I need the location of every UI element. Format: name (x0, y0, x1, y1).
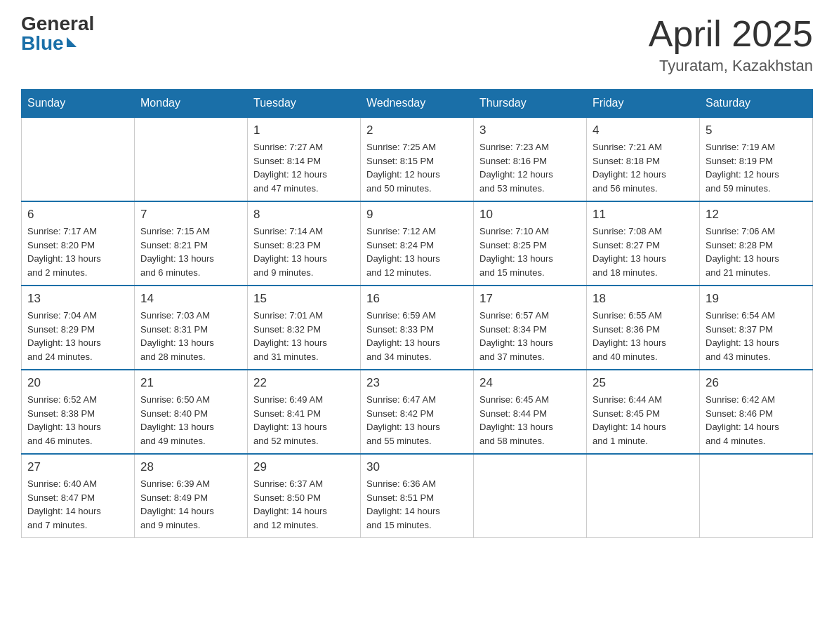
day-info: Sunrise: 7:23 AM Sunset: 8:16 PM Dayligh… (479, 140, 581, 195)
day-number: 23 (366, 376, 468, 390)
weekday-header-row: SundayMondayTuesdayWednesdayThursdayFrid… (22, 90, 813, 118)
calendar-cell: 9Sunrise: 7:12 AM Sunset: 8:24 PM Daylig… (361, 201, 474, 286)
day-number: 16 (366, 292, 468, 306)
day-number: 5 (706, 123, 807, 137)
day-info: Sunrise: 6:39 AM Sunset: 8:49 PM Dayligh… (140, 477, 241, 532)
calendar-cell: 3Sunrise: 7:23 AM Sunset: 8:16 PM Daylig… (474, 117, 587, 201)
day-number: 20 (27, 376, 128, 390)
week-row-4: 20Sunrise: 6:52 AM Sunset: 8:38 PM Dayli… (22, 370, 813, 454)
day-number: 4 (593, 123, 694, 137)
week-row-1: 1Sunrise: 7:27 AM Sunset: 8:14 PM Daylig… (22, 117, 813, 201)
day-number: 25 (593, 376, 694, 390)
calendar-cell (22, 117, 135, 201)
day-number: 29 (253, 460, 355, 474)
day-info: Sunrise: 7:25 AM Sunset: 8:15 PM Dayligh… (366, 140, 468, 195)
day-info: Sunrise: 6:42 AM Sunset: 8:46 PM Dayligh… (706, 393, 807, 448)
calendar-cell: 2Sunrise: 7:25 AM Sunset: 8:15 PM Daylig… (361, 117, 474, 201)
day-number: 17 (479, 292, 581, 306)
calendar-cell: 7Sunrise: 7:15 AM Sunset: 8:21 PM Daylig… (135, 201, 248, 286)
day-number: 3 (479, 123, 581, 137)
logo-blue: Blue (21, 34, 64, 53)
week-row-3: 13Sunrise: 7:04 AM Sunset: 8:29 PM Dayli… (22, 286, 813, 370)
weekday-header-saturday: Saturday (700, 90, 813, 118)
day-number: 8 (253, 208, 355, 222)
calendar-table: SundayMondayTuesdayWednesdayThursdayFrid… (21, 89, 813, 538)
calendar-cell: 12Sunrise: 7:06 AM Sunset: 8:28 PM Dayli… (700, 201, 813, 286)
day-number: 18 (593, 292, 694, 306)
calendar-cell: 14Sunrise: 7:03 AM Sunset: 8:31 PM Dayli… (135, 286, 248, 370)
day-info: Sunrise: 6:40 AM Sunset: 8:47 PM Dayligh… (27, 477, 128, 532)
month-title: April 2025 (649, 14, 813, 54)
calendar-cell: 23Sunrise: 6:47 AM Sunset: 8:42 PM Dayli… (361, 370, 474, 454)
calendar-cell: 21Sunrise: 6:50 AM Sunset: 8:40 PM Dayli… (135, 370, 248, 454)
calendar-cell (135, 117, 248, 201)
calendar-cell (474, 454, 587, 538)
day-info: Sunrise: 6:37 AM Sunset: 8:50 PM Dayligh… (253, 477, 355, 532)
logo-general: General (21, 14, 94, 34)
calendar-cell: 8Sunrise: 7:14 AM Sunset: 8:23 PM Daylig… (248, 201, 361, 286)
day-info: Sunrise: 7:04 AM Sunset: 8:29 PM Dayligh… (27, 309, 128, 363)
calendar-cell: 24Sunrise: 6:45 AM Sunset: 8:44 PM Dayli… (474, 370, 587, 454)
day-number: 24 (479, 376, 581, 390)
day-info: Sunrise: 6:52 AM Sunset: 8:38 PM Dayligh… (27, 393, 128, 448)
calendar-cell: 28Sunrise: 6:39 AM Sunset: 8:49 PM Dayli… (135, 454, 248, 538)
day-info: Sunrise: 7:06 AM Sunset: 8:28 PM Dayligh… (706, 224, 807, 279)
day-number: 28 (140, 460, 241, 474)
calendar-cell: 4Sunrise: 7:21 AM Sunset: 8:18 PM Daylig… (587, 117, 700, 201)
calendar-cell: 29Sunrise: 6:37 AM Sunset: 8:50 PM Dayli… (248, 454, 361, 538)
day-info: Sunrise: 7:14 AM Sunset: 8:23 PM Dayligh… (253, 224, 355, 279)
day-number: 26 (706, 376, 807, 390)
day-info: Sunrise: 7:01 AM Sunset: 8:32 PM Dayligh… (253, 309, 355, 363)
day-info: Sunrise: 7:12 AM Sunset: 8:24 PM Dayligh… (366, 224, 468, 279)
calendar-cell: 6Sunrise: 7:17 AM Sunset: 8:20 PM Daylig… (22, 201, 135, 286)
calendar-cell: 19Sunrise: 6:54 AM Sunset: 8:37 PM Dayli… (700, 286, 813, 370)
day-info: Sunrise: 6:50 AM Sunset: 8:40 PM Dayligh… (140, 393, 241, 448)
calendar-cell: 20Sunrise: 6:52 AM Sunset: 8:38 PM Dayli… (22, 370, 135, 454)
day-number: 14 (140, 292, 241, 306)
weekday-header-sunday: Sunday (22, 90, 135, 118)
day-number: 13 (27, 292, 128, 306)
calendar-cell: 18Sunrise: 6:55 AM Sunset: 8:36 PM Dayli… (587, 286, 700, 370)
day-number: 19 (706, 292, 807, 306)
calendar-cell (587, 454, 700, 538)
calendar-cell: 15Sunrise: 7:01 AM Sunset: 8:32 PM Dayli… (248, 286, 361, 370)
calendar-cell: 30Sunrise: 6:36 AM Sunset: 8:51 PM Dayli… (361, 454, 474, 538)
calendar-cell: 1Sunrise: 7:27 AM Sunset: 8:14 PM Daylig… (248, 117, 361, 201)
day-number: 10 (479, 208, 581, 222)
page-header: General Blue April 2025 Tyuratam, Kazakh… (21, 14, 813, 75)
day-info: Sunrise: 7:15 AM Sunset: 8:21 PM Dayligh… (140, 224, 241, 279)
week-row-2: 6Sunrise: 7:17 AM Sunset: 8:20 PM Daylig… (22, 201, 813, 286)
day-number: 12 (706, 208, 807, 222)
day-info: Sunrise: 6:57 AM Sunset: 8:34 PM Dayligh… (479, 309, 581, 363)
day-number: 30 (366, 460, 468, 474)
day-info: Sunrise: 7:27 AM Sunset: 8:14 PM Dayligh… (253, 140, 355, 195)
day-number: 7 (140, 208, 241, 222)
logo-blue-row: Blue (21, 34, 77, 53)
day-number: 22 (253, 376, 355, 390)
calendar-cell: 26Sunrise: 6:42 AM Sunset: 8:46 PM Dayli… (700, 370, 813, 454)
weekday-header-thursday: Thursday (474, 90, 587, 118)
day-info: Sunrise: 7:17 AM Sunset: 8:20 PM Dayligh… (27, 224, 128, 279)
calendar-cell: 10Sunrise: 7:10 AM Sunset: 8:25 PM Dayli… (474, 201, 587, 286)
weekday-header-tuesday: Tuesday (248, 90, 361, 118)
day-number: 21 (140, 376, 241, 390)
calendar-cell (700, 454, 813, 538)
title-block: April 2025 Tyuratam, Kazakhstan (649, 14, 813, 75)
calendar-cell: 25Sunrise: 6:44 AM Sunset: 8:45 PM Dayli… (587, 370, 700, 454)
day-info: Sunrise: 7:21 AM Sunset: 8:18 PM Dayligh… (593, 140, 694, 195)
calendar-cell: 22Sunrise: 6:49 AM Sunset: 8:41 PM Dayli… (248, 370, 361, 454)
day-number: 27 (27, 460, 128, 474)
calendar-cell: 27Sunrise: 6:40 AM Sunset: 8:47 PM Dayli… (22, 454, 135, 538)
day-number: 1 (253, 123, 355, 137)
week-row-5: 27Sunrise: 6:40 AM Sunset: 8:47 PM Dayli… (22, 454, 813, 538)
day-info: Sunrise: 6:45 AM Sunset: 8:44 PM Dayligh… (479, 393, 581, 448)
logo: General Blue (21, 14, 94, 53)
day-info: Sunrise: 6:36 AM Sunset: 8:51 PM Dayligh… (366, 477, 468, 532)
day-number: 11 (593, 208, 694, 222)
day-info: Sunrise: 7:19 AM Sunset: 8:19 PM Dayligh… (706, 140, 807, 195)
day-number: 6 (27, 208, 128, 222)
weekday-header-wednesday: Wednesday (361, 90, 474, 118)
day-number: 2 (366, 123, 468, 137)
day-info: Sunrise: 6:54 AM Sunset: 8:37 PM Dayligh… (706, 309, 807, 363)
day-info: Sunrise: 7:10 AM Sunset: 8:25 PM Dayligh… (479, 224, 581, 279)
